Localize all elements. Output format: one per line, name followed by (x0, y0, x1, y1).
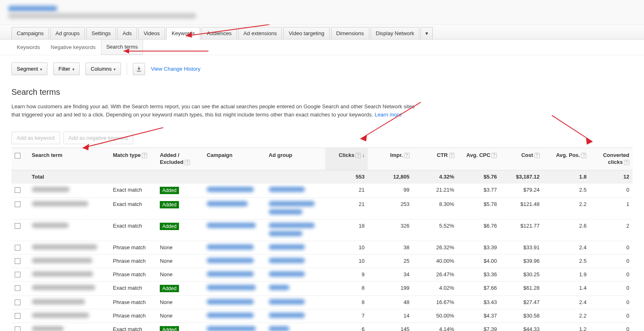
cell-cost: $30.25 (500, 268, 543, 281)
cell-match-type: Phrase match (110, 309, 157, 322)
cell-ad-group[interactable] (266, 254, 325, 268)
tab-videos[interactable]: Videos (138, 27, 165, 39)
col-clicks[interactable]: Clicks?↓ (325, 148, 368, 170)
cell-avg-cpc: $7.66 (458, 281, 500, 295)
col-avg_cpc[interactable]: Avg. CPC? (458, 148, 500, 170)
help-icon[interactable]: ? (356, 153, 361, 158)
add-as-negative-keyword-button[interactable]: Add as negative keyword (63, 132, 133, 144)
col-added_excluded[interactable]: Added / Excluded? (157, 148, 203, 170)
cell-converted-clicks: 0 (590, 268, 633, 281)
cell-ad-group[interactable] (266, 295, 325, 309)
learn-more-link[interactable]: Learn more (375, 112, 402, 118)
cell-ctr: 26.47% (413, 268, 458, 281)
cell-converted-clicks: 2 (590, 219, 633, 241)
add-as-keyword-button[interactable]: Add as keyword (11, 132, 60, 144)
help-icon[interactable]: ? (534, 153, 540, 158)
tab-ad-extensions[interactable]: Ad extensions (238, 27, 282, 39)
cell-avg-pos: 2.2 (543, 309, 590, 322)
cell-campaign[interactable] (203, 268, 265, 281)
col-impr[interactable]: Impr.? (368, 148, 413, 170)
tab-ads[interactable]: Ads (117, 27, 137, 39)
cell-ad-group[interactable] (266, 197, 325, 219)
total-label: Total (29, 170, 110, 183)
cell-ad-group[interactable] (266, 219, 325, 241)
col-ctr[interactable]: CTR? (413, 148, 458, 170)
tab-campaigns[interactable]: Campaigns (11, 27, 49, 39)
view-change-history-link[interactable]: View Change History (151, 66, 200, 72)
row-checkbox[interactable] (15, 313, 20, 319)
columns-button[interactable]: Columns (85, 63, 121, 75)
cell-ctr: 8.30% (413, 197, 458, 219)
help-icon[interactable]: ? (492, 153, 497, 158)
cell-avg-pos: 2.5 (543, 254, 590, 268)
tab-settings[interactable]: Settings (86, 27, 116, 39)
help-icon[interactable]: ? (581, 153, 586, 158)
row-checkbox[interactable] (15, 285, 20, 291)
row-checkbox[interactable] (15, 300, 20, 305)
col-cost[interactable]: Cost? (500, 148, 543, 170)
cell-avg-pos: 1.2 (543, 322, 590, 331)
cell-avg-pos: 2.4 (543, 241, 590, 254)
cell-campaign[interactable] (203, 295, 265, 309)
select-all-checkbox[interactable] (15, 153, 20, 159)
cell-ad-group[interactable] (266, 309, 325, 322)
row-checkbox[interactable] (15, 201, 20, 207)
help-icon[interactable]: ? (449, 153, 454, 158)
cell-added-excluded: Added (157, 322, 203, 331)
cell-clicks: 10 (325, 241, 368, 254)
col-ad_group[interactable]: Ad group (266, 148, 325, 170)
subtab-search-terms[interactable]: Search terms (101, 40, 143, 55)
cell-campaign[interactable] (203, 183, 265, 197)
tab-audiences[interactable]: Audiences (201, 27, 237, 39)
cell-campaign[interactable] (203, 241, 265, 254)
segment-button[interactable]: Segment (11, 63, 47, 75)
row-checkbox[interactable] (15, 187, 20, 193)
subtab-negative-keywords[interactable]: Negative keywords (45, 40, 101, 55)
filter-button[interactable]: Filter (53, 63, 80, 75)
tab-keywords[interactable]: Keywords (166, 27, 200, 40)
subtab-keywords[interactable]: Keywords (11, 40, 45, 55)
cell-campaign[interactable] (203, 254, 265, 268)
cell-clicks: 8 (325, 281, 368, 295)
cell-ad-group[interactable] (266, 268, 325, 281)
row-checkbox[interactable] (15, 223, 20, 229)
cell-campaign[interactable] (203, 281, 265, 295)
col-converted_clicks[interactable]: Converted clicks? (590, 148, 633, 170)
row-checkbox[interactable] (15, 327, 20, 331)
help-icon[interactable]: ? (185, 160, 190, 165)
cell-ad-group[interactable] (266, 183, 325, 197)
row-checkbox[interactable] (15, 272, 20, 277)
col-match_type[interactable]: Match type? (110, 148, 157, 170)
col-checkbox[interactable] (11, 148, 29, 170)
cell-clicks: 21 (325, 183, 368, 197)
tab-more-dropdown[interactable]: ▾ (420, 27, 433, 39)
help-icon[interactable]: ? (142, 153, 147, 158)
cell-campaign[interactable] (203, 309, 265, 322)
row-checkbox[interactable] (15, 258, 20, 264)
cell-impr: 25 (368, 254, 413, 268)
cell-campaign[interactable] (203, 322, 265, 331)
tab-video-targeting[interactable]: Video targeting (283, 27, 329, 39)
added-badge: Added (160, 285, 179, 292)
cell-ad-group[interactable] (266, 322, 325, 331)
tab-display-network[interactable]: Display Network (371, 27, 420, 39)
tab-ad-groups[interactable]: Ad groups (50, 27, 85, 39)
cell-ad-group[interactable] (266, 241, 325, 254)
cell-avg-cpc: $4.37 (458, 309, 500, 322)
cell-converted-clicks: 0 (590, 309, 633, 322)
tab-dimensions[interactable]: Dimensions (331, 27, 369, 39)
added-none: None (160, 258, 172, 264)
table-row: Phrase matchNone84816.67%$3.43$27.472.40 (11, 295, 633, 309)
cell-campaign[interactable] (203, 219, 265, 241)
help-icon[interactable]: ? (404, 153, 409, 158)
cell-ad-group[interactable] (266, 281, 325, 295)
help-icon[interactable]: ? (624, 160, 629, 165)
row-checkbox[interactable] (15, 245, 20, 250)
download-button[interactable] (133, 63, 145, 75)
cell-ctr: 5.52% (413, 219, 458, 241)
cell-campaign[interactable] (203, 197, 265, 219)
col-search_term[interactable]: Search term (29, 148, 110, 170)
cell-avg-pos: 2.6 (543, 219, 590, 241)
col-avg_pos[interactable]: Avg. Pos.? (543, 148, 590, 170)
col-campaign[interactable]: Campaign (203, 148, 265, 170)
